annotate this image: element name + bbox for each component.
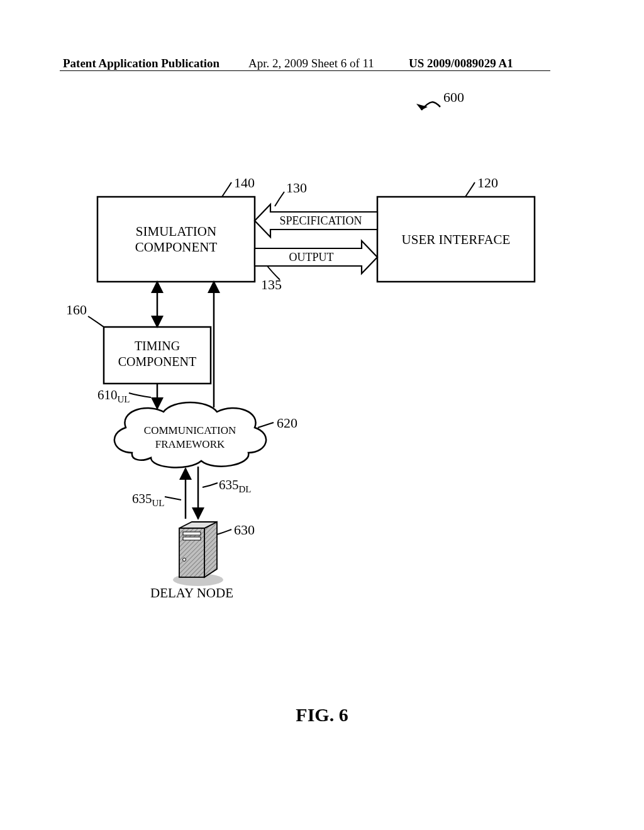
ref-140: 140 [234,175,255,191]
header-rule [60,70,550,71]
specification-arrow: SPECIFICATION 130 [255,180,377,237]
timing-component-box: TIMING COMPONENT 160 [66,302,211,384]
ref-635UL: 635 [132,491,152,506]
communication-framework-cloud: COMMUNICATION FRAMEWORK 620 [114,402,297,468]
output-label: OUTPUT [289,251,334,263]
delay-node-label: DELAY NODE [150,585,233,600]
svg-rect-15 [179,528,204,577]
ref-635UL-sub: UL [152,498,165,508]
ref-160: 160 [66,302,87,318]
svg-text:COMPONENT: COMPONENT [135,240,218,255]
sheet-info: Apr. 2, 2009 Sheet 6 of 11 [248,57,374,70]
pub-title: Patent Application Publication [63,57,219,70]
ref-610-sub: UL [118,394,130,404]
pub-number: US 2009/0089029 A1 [409,57,513,70]
link-610UL: 610UL [97,384,157,409]
ref-120: 120 [477,175,498,191]
svg-rect-16 [183,532,201,535]
simulation-component-box: SIMULATION COMPONENT 140 [97,175,255,282]
svg-text:COMPONENT: COMPONENT [118,355,196,368]
figure-6-svg: 600 SIMULATION COMPONENT 140 USER INTERF… [0,75,644,704]
svg-text:635DL: 635DL [219,477,252,494]
ref-600: 600 [416,89,464,110]
user-interface-box: USER INTERFACE 120 [377,175,535,282]
svg-text:USER INTERFACE: USER INTERFACE [402,232,511,247]
ref-610: 610 [97,387,118,402]
svg-point-18 [183,558,186,562]
output-arrow: OUTPUT 135 [255,241,377,292]
ref-600-label: 600 [443,89,464,105]
svg-text:SIMULATION: SIMULATION [136,224,216,239]
ref-635DL: 635 [219,477,239,492]
ref-130: 130 [286,180,307,196]
svg-text:635UL: 635UL [132,491,165,508]
specification-label: SPECIFICATION [279,214,362,227]
ref-630: 630 [234,522,255,538]
svg-rect-17 [183,537,201,540]
ref-620: 620 [277,415,297,431]
svg-text:FRAMEWORK: FRAMEWORK [155,438,225,450]
svg-text:610UL: 610UL [97,387,130,404]
svg-text:COMMUNICATION: COMMUNICATION [144,424,236,436]
ref-635DL-sub: DL [239,484,252,494]
link-635: 635UL 635DL [132,467,252,519]
figure-caption: FIG. 6 [0,704,644,726]
delay-node-server: 630 DELAY NODE [150,522,255,600]
ref-135: 135 [261,277,282,292]
svg-text:TIMING: TIMING [135,339,180,353]
